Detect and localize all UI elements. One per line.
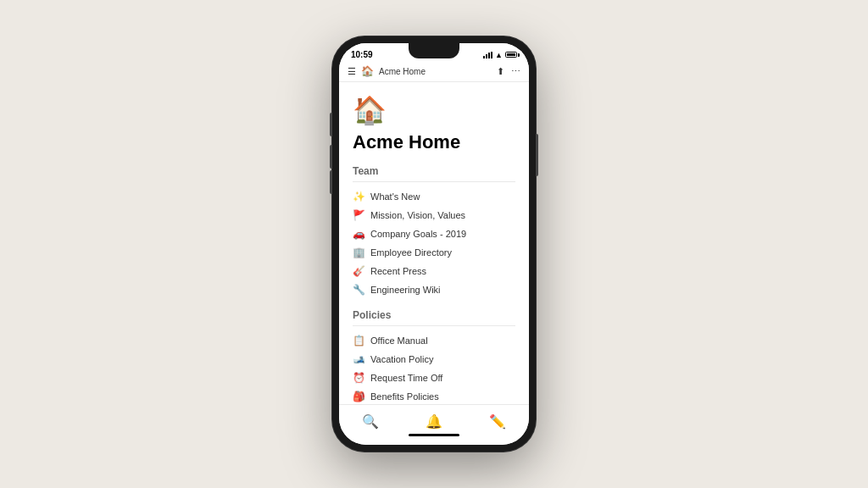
list-item[interactable]: 📋Office Manual [353, 331, 515, 350]
list-item-icon: 🎸 [353, 265, 365, 277]
sections-container: Team✨What's New🚩Mission, Vision, Values🚗… [353, 165, 515, 404]
list-item-label: Employee Directory [370, 247, 452, 258]
list-item-label: Benefits Policies [370, 391, 439, 402]
battery-icon [505, 52, 517, 58]
list-item-icon: 📋 [353, 335, 365, 347]
list-item-icon: 🚩 [353, 209, 365, 221]
list-item[interactable]: 🚗Company Goals - 2019 [353, 225, 515, 243]
content-area: 🏠 Acme Home Team✨What's New🚩Mission, Vis… [339, 82, 529, 404]
section-team: Team✨What's New🚩Mission, Vision, Values🚗… [353, 165, 515, 299]
phone-device: 10:59 ▲ ☰ [332, 36, 536, 452]
section-header-policies: Policies [353, 309, 515, 326]
browser-bar: ☰ 🏠 Acme Home ⬆ ⋯ [339, 61, 529, 82]
list-item-icon: 🔧 [353, 284, 365, 296]
list-item-icon: 🎒 [353, 391, 365, 402]
list-item[interactable]: 🔧Engineering Wiki [353, 280, 515, 299]
search-tab-icon[interactable]: 🔍 [353, 412, 387, 431]
list-item-icon: ✨ [353, 191, 365, 202]
list-item-icon: 🏢 [353, 247, 365, 258]
list-item-label: Company Goals - 2019 [370, 229, 466, 239]
page-title: Acme Home [353, 131, 515, 153]
status-time: 10:59 [351, 50, 373, 59]
list-item-icon: ⏰ [353, 372, 365, 384]
list-item-label: Recent Press [370, 266, 426, 276]
list-item[interactable]: 🏢Employee Directory [353, 243, 515, 262]
list-item[interactable]: ✨What's New [353, 187, 515, 206]
phone-notch [409, 43, 459, 58]
menu-icon[interactable]: ☰ [348, 66, 356, 77]
list-item-label: Office Manual [370, 336, 428, 346]
list-item[interactable]: 🎿Vacation Policy [353, 350, 515, 369]
share-icon[interactable]: ⬆ [497, 66, 504, 77]
browser-actions: ⬆ ⋯ [497, 66, 520, 77]
more-icon[interactable]: ⋯ [511, 66, 520, 77]
list-item-icon: 🚗 [353, 228, 365, 240]
home-indicator [409, 434, 459, 436]
section-header-team: Team [353, 165, 515, 182]
list-item-label: Vacation Policy [370, 354, 433, 364]
list-item[interactable]: 🚩Mission, Vision, Values [353, 206, 515, 225]
browser-favicon: 🏠 [361, 65, 374, 77]
phone-screen: 10:59 ▲ ☰ [339, 43, 529, 445]
list-item[interactable]: ⏰Request Time Off [353, 369, 515, 387]
signal-icon [483, 52, 492, 58]
list-item-label: Request Time Off [370, 373, 442, 383]
browser-url: Acme Home [379, 67, 492, 76]
wifi-icon: ▲ [495, 51, 503, 59]
list-item[interactable]: 🎒Benefits Policies [353, 387, 515, 404]
list-item-label: What's New [370, 191, 420, 202]
list-item-label: Mission, Vision, Values [370, 210, 465, 220]
list-item-icon: 🎿 [353, 353, 365, 365]
tab-bar: 🔍 🔔 ✏️ [339, 404, 529, 445]
status-icons: ▲ [483, 51, 517, 59]
section-policies: Policies📋Office Manual🎿Vacation Policy⏰R… [353, 309, 515, 404]
page-icon: 🏠 [353, 94, 515, 126]
compose-tab-icon[interactable]: ✏️ [481, 412, 515, 431]
list-item-label: Engineering Wiki [370, 285, 441, 295]
notifications-tab-icon[interactable]: 🔔 [417, 412, 451, 431]
list-item[interactable]: 🎸Recent Press [353, 262, 515, 280]
